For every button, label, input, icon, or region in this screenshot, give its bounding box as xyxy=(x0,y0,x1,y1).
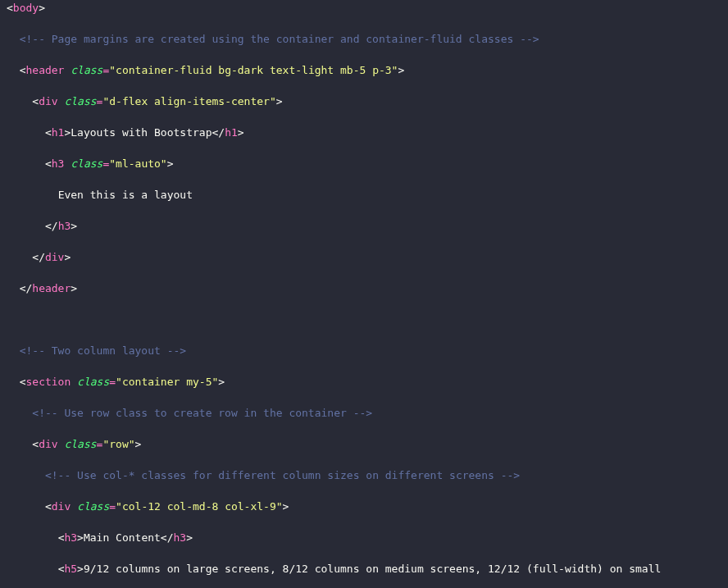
code-token: "container my-5" xyxy=(116,376,218,388)
code-token: <!-- Use col-* classes for different col… xyxy=(45,469,520,481)
code-token: class xyxy=(77,376,109,388)
code-token: > xyxy=(283,500,289,513)
code-token: </ xyxy=(45,220,58,232)
code-line[interactable]: <!-- Use row class to create row in the … xyxy=(7,405,721,421)
code-token: > xyxy=(39,2,45,14)
code-token: > xyxy=(64,251,71,263)
code-token: h3 xyxy=(64,531,77,544)
code-token: > xyxy=(71,220,77,232)
code-line[interactable]: <h3 class="ml-auto"> xyxy=(7,156,721,171)
code-token: h5 xyxy=(64,563,77,575)
code-token: > xyxy=(276,95,283,107)
code-line[interactable]: <body> xyxy=(7,0,721,16)
code-line[interactable]: </h3> xyxy=(7,218,721,234)
code-token: </ xyxy=(32,251,45,263)
code-token: h3 xyxy=(52,157,65,170)
code-line[interactable]: <h1>Layouts with Bootstrap</h1> xyxy=(7,125,721,140)
code-line[interactable]: Even this is a layout xyxy=(7,187,721,203)
code-token: > xyxy=(77,563,84,575)
code-token: div xyxy=(52,500,71,513)
code-token: "d-flex align-items-center" xyxy=(102,95,275,107)
code-token: div xyxy=(39,95,57,107)
code-token: </ xyxy=(20,282,33,294)
code-token: < xyxy=(45,126,52,139)
code-line[interactable] xyxy=(7,312,721,327)
code-token: div xyxy=(39,438,57,450)
code-token: > xyxy=(71,282,77,294)
code-token: <!-- Two column layout --> xyxy=(20,344,187,357)
code-token: <!-- Use row class to create row in the … xyxy=(32,407,372,419)
code-token: header xyxy=(32,282,71,294)
code-token: body xyxy=(13,2,39,14)
code-line[interactable]: <h3>Main Content</h3> xyxy=(7,530,721,545)
code-line[interactable]: <div class="row"> xyxy=(7,436,721,452)
code-token: Main Content xyxy=(84,531,161,544)
code-token: class xyxy=(64,438,96,450)
code-token: </ xyxy=(161,531,174,544)
code-line[interactable]: <!-- Two column layout --> xyxy=(7,343,721,358)
code-token: section xyxy=(25,376,71,388)
code-token: h3 xyxy=(58,220,71,232)
code-token: class xyxy=(77,500,109,513)
code-token: header xyxy=(25,64,64,76)
code-token: > xyxy=(218,376,225,388)
code-token: < xyxy=(45,500,52,513)
code-token: < xyxy=(45,157,52,170)
code-token: <!-- Page margins are created using the … xyxy=(20,33,539,45)
code-token: < xyxy=(32,438,39,450)
code-token: Layouts with Bootstrap xyxy=(71,126,212,139)
code-line[interactable]: </header> xyxy=(7,280,721,296)
code-token: = xyxy=(109,376,116,388)
code-token: = xyxy=(109,500,116,513)
code-token: Even this is a layout xyxy=(58,189,193,201)
code-line[interactable]: <h5>9/12 columns on large screens, 8/12 … xyxy=(7,561,721,577)
code-token: 9/12 columns on large screens, 8/12 colu… xyxy=(84,563,667,575)
code-token: > xyxy=(135,438,142,450)
code-token: > xyxy=(238,126,244,139)
code-token: > xyxy=(398,64,404,76)
code-token: div xyxy=(45,251,64,263)
code-token: > xyxy=(186,531,193,544)
code-token: "col-12 col-md-8 col-xl-9" xyxy=(116,500,283,513)
code-token: </ xyxy=(212,126,225,139)
code-token: h1 xyxy=(225,126,238,139)
code-line[interactable]: <header class="container-fluid bg-dark t… xyxy=(7,62,721,78)
code-token: "container-fluid bg-dark text-light mb-5… xyxy=(109,64,398,76)
code-token: class xyxy=(64,95,96,107)
code-token: "ml-auto" xyxy=(109,157,166,170)
code-line[interactable]: <!-- Use col-* classes for different col… xyxy=(7,467,721,483)
code-token: class xyxy=(71,64,102,76)
code-token xyxy=(71,500,77,513)
code-line[interactable]: <section class="container my-5"> xyxy=(7,374,721,390)
code-line[interactable]: </div> xyxy=(7,249,721,265)
code-line[interactable]: <div class="col-12 col-md-8 col-xl-9"> xyxy=(7,499,721,514)
code-token: class xyxy=(71,157,102,170)
code-token: > xyxy=(167,157,174,170)
code-token: "row" xyxy=(102,438,134,450)
code-token xyxy=(71,376,77,388)
code-token: > xyxy=(77,531,84,544)
code-token: h3 xyxy=(174,531,187,544)
code-editor-pane[interactable]: <body> <!-- Page margins are created usi… xyxy=(0,0,728,588)
code-token: h1 xyxy=(52,126,65,139)
code-line[interactable]: <!-- Page margins are created using the … xyxy=(7,31,721,47)
code-token: < xyxy=(32,95,39,107)
code-line[interactable]: <div class="d-flex align-items-center"> xyxy=(7,93,721,109)
code-token: < xyxy=(7,2,13,14)
